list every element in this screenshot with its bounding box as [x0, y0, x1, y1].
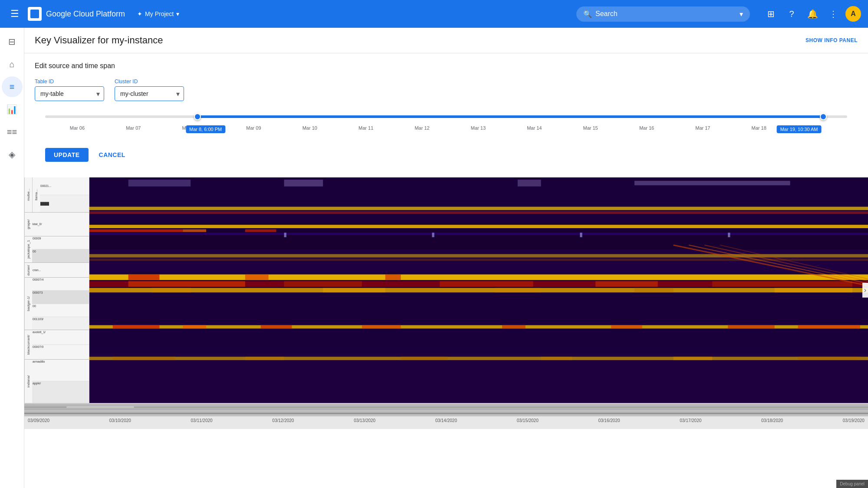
row-group-durian: durian/ [24, 263, 32, 277]
row-label-000073: 000073 [32, 291, 89, 304]
svg-rect-17 [580, 233, 582, 237]
svg-rect-29 [284, 281, 362, 287]
date-label-mar17: Mar 17 [695, 125, 710, 131]
heatmap-container: mulbe... llama... 00021... ████ grape/ k… [24, 177, 868, 403]
svg-rect-38 [775, 288, 852, 292]
svg-rect-33 [89, 288, 868, 292]
bottom-date-0319: 03/19/2020 [843, 418, 865, 423]
sidebar-item-dashboard[interactable]: ⌂ [2, 54, 23, 75]
sidebar-item-home[interactable]: ⊟ [2, 31, 23, 52]
cluster-id-select[interactable]: my-cluster [115, 86, 184, 101]
heatmap-visual-area: › [89, 177, 868, 403]
date-label-mar06: Mar 06 [70, 125, 85, 131]
svg-rect-31 [595, 281, 658, 287]
svg-rect-8 [89, 211, 868, 214]
svg-rect-24 [128, 275, 160, 280]
svg-rect-46 [611, 325, 642, 329]
svg-rect-34 [152, 288, 191, 292]
cluster-id-group: Cluster ID my-cluster [115, 79, 184, 101]
timeline-track[interactable] [45, 108, 847, 125]
row-label-badger1: 00007/4 [32, 278, 89, 291]
timeline-selected-range [197, 115, 823, 118]
bottom-date-0317: 03/17/2020 [680, 418, 701, 423]
row-label-apple: apple/ [32, 381, 89, 403]
top-navigation: ☰ Google Cloud Platform ✦ My Project ▾ 🔍… [0, 0, 868, 28]
date-label-mar08-selected: Mar 8, 6:00 PM [186, 125, 225, 133]
date-label-mar13: Mar 13 [471, 125, 486, 131]
svg-rect-48 [798, 325, 861, 329]
table-id-select-wrapper: my-table [35, 86, 104, 101]
date-label-mar14: Mar 14 [527, 125, 542, 131]
cluster-id-label: Cluster ID [115, 79, 184, 85]
svg-rect-30 [440, 281, 533, 287]
row-label-axolotl: axolotl_1/ [32, 330, 89, 345]
bottom-date-0310: 03/10/2020 [109, 418, 131, 423]
svg-rect-2 [128, 180, 191, 187]
sidebar-item-bigtable[interactable]: ≡ [2, 76, 23, 97]
app-logo-area: Google Cloud Platform [28, 7, 125, 21]
bottom-timeline: 03/09/2020 03/10/2020 03/11/2020 03/12/2… [24, 403, 868, 429]
notifications-icon[interactable]: 🔔 [804, 5, 821, 23]
sidebar-item-databases[interactable]: ≡≡ [2, 121, 23, 142]
show-info-panel-button[interactable]: SHOW INFO PANEL [806, 37, 858, 43]
row-group-jackalope: jackalope_1 [24, 236, 32, 262]
svg-rect-32 [712, 281, 852, 287]
bottom-date-0318: 03/18/2020 [761, 418, 783, 423]
project-selector[interactable]: ✦ My Project ▾ [137, 10, 179, 17]
svg-rect-66 [24, 410, 868, 412]
svg-rect-44 [362, 325, 401, 329]
project-icon: ✦ [137, 10, 142, 17]
svg-rect-25 [245, 275, 269, 280]
svg-rect-5 [635, 181, 790, 185]
date-label-mar15: Mar 15 [583, 125, 598, 131]
timeline-start-handle[interactable] [194, 113, 201, 120]
svg-rect-28 [128, 281, 245, 287]
timeline-end-handle[interactable] [820, 113, 827, 120]
left-sidebar: ⊟ ⌂ ≡ 📊 ≡≡ ◈ [0, 28, 24, 488]
sidebar-item-more[interactable]: ◈ [2, 144, 23, 165]
cluster-id-select-wrapper: my-cluster [115, 86, 184, 101]
nav-actions: ⊞ ? 🔔 ⋮ A [762, 5, 861, 23]
form-row: Table ID my-table Cluster ID my-cluster [35, 79, 858, 101]
svg-rect-3 [284, 180, 323, 187]
table-id-select[interactable]: my-table [35, 86, 104, 101]
search-bar[interactable]: 🔍 Search ▾ [576, 7, 750, 22]
bottom-date-0309: 03/09/2020 [28, 418, 49, 423]
row-label-00009: 00009 [32, 236, 89, 250]
svg-rect-50 [89, 357, 868, 360]
search-placeholder: Search [595, 10, 618, 18]
heatmap-svg [89, 177, 868, 403]
expand-right-icon[interactable]: › [862, 283, 868, 298]
svg-rect-4 [518, 180, 541, 187]
row-label-001103: 001103/ [32, 317, 89, 330]
svg-rect-21 [89, 259, 868, 261]
hamburger-menu-icon[interactable]: ☰ [7, 5, 23, 23]
svg-rect-64 [66, 406, 134, 408]
apps-icon[interactable]: ⊞ [762, 5, 779, 23]
more-options-icon[interactable]: ⋮ [825, 5, 842, 23]
row-label-00007: 00007/0 [32, 345, 89, 359]
sidebar-item-storage[interactable]: 📊 [2, 99, 23, 120]
row-group-indiana: indiana/ [24, 360, 32, 403]
svg-rect-54 [541, 357, 572, 360]
help-icon[interactable]: ? [783, 5, 800, 23]
svg-rect-51 [113, 357, 175, 360]
app-title: Google Cloud Platform [46, 10, 125, 19]
table-id-group: Table ID my-table [35, 79, 104, 101]
bottom-date-0313: 03/13/2020 [354, 418, 375, 423]
row-label-00b: 00 [32, 304, 89, 317]
svg-rect-13 [245, 229, 276, 232]
update-button[interactable]: UPDATE [45, 148, 89, 162]
avatar[interactable]: A [845, 6, 861, 22]
row-label-00021: 00021... [40, 177, 89, 195]
svg-rect-10 [89, 225, 868, 228]
svg-rect-47 [728, 325, 775, 329]
svg-rect-62 [24, 404, 868, 406]
row-group-badger: badger-1/ [24, 278, 32, 330]
date-label-mar18: Mar 18 [752, 125, 766, 131]
svg-rect-7 [89, 207, 868, 210]
svg-rect-65 [24, 408, 868, 410]
heatmap-row-labels: mulbe... llama... 00021... ████ grape/ k… [24, 177, 89, 403]
cancel-button[interactable]: CANCEL [95, 148, 129, 162]
svg-rect-49 [89, 354, 868, 403]
